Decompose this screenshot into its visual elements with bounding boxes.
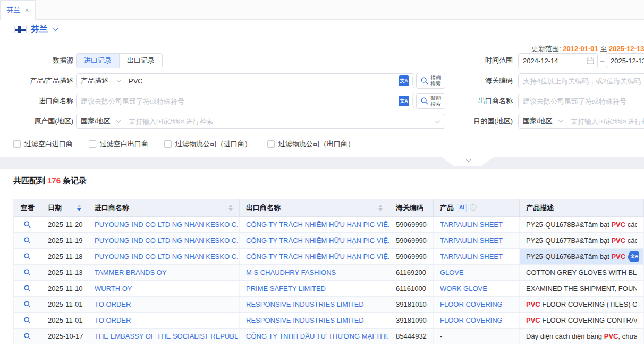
cell-exporter-link[interactable]: RESPONSIVE INDUSTRIES LIMITED — [240, 313, 389, 329]
cell-product-link[interactable]: WORK GLOVE — [434, 281, 520, 297]
cell-date: 2025-11-19 — [41, 233, 88, 249]
exporter-input[interactable] — [519, 94, 644, 108]
cell-product-link[interactable]: GLOVE — [434, 265, 520, 281]
match-suffix: 条记录 — [63, 176, 87, 185]
cell-exporter-link[interactable]: CÔNG TY TRÁCH NHIỆM HỮU HẠN PIC VIỆ... — [240, 217, 389, 233]
cell-exporter-link[interactable]: CÔNG TY TNHH ĐẦU TƯ THƯƠNG MẠI THI... — [240, 329, 389, 344]
export-records-toggle[interactable]: 出口记录 — [119, 54, 162, 68]
view-record-button[interactable] — [14, 313, 41, 329]
view-record-button[interactable] — [14, 233, 41, 249]
hs-code-box — [518, 73, 644, 88]
chevron-down-icon — [465, 157, 471, 162]
cell-product-link[interactable]: TARPAULIN SHEET — [434, 249, 520, 265]
hs-code-input[interactable] — [519, 74, 644, 88]
search-icon — [420, 77, 429, 85]
ai-badge: AI — [457, 204, 467, 212]
sort-icon-exporter[interactable] — [378, 205, 383, 211]
cell-hscode: 59069990 — [389, 249, 434, 265]
view-record-button[interactable] — [14, 281, 41, 297]
column-header-exporter[interactable]: 出口商名称 — [240, 199, 389, 217]
origin-input[interactable] — [124, 114, 435, 128]
checkbox-filter-logistics-importer[interactable]: 过滤物流公司（进口商） — [164, 139, 251, 149]
cell-product-description: COTTON GREY GLOVES WITH BLACK... — [520, 265, 644, 281]
view-record-button[interactable] — [14, 265, 41, 281]
info-icon[interactable]: ⓘ — [470, 203, 477, 213]
cell-exporter-link[interactable]: CÔNG TY TRÁCH NHIỆM HỮU HẠN PIC VIỆ... — [240, 249, 389, 265]
cell-importer-link[interactable]: TAMMER BRANDS OY — [88, 265, 240, 281]
cell-importer-link[interactable]: TO ORDER — [88, 313, 240, 329]
view-record-button[interactable] — [14, 329, 41, 344]
cell-importer-link[interactable]: TO ORDER — [88, 297, 240, 313]
cell-product-link[interactable]: TARPAULIN SHEET — [434, 217, 520, 233]
importer-input[interactable] — [77, 94, 395, 108]
column-header-product: 产品 AI ⓘ — [434, 199, 520, 217]
checkbox-label: 过滤空白出口商 — [100, 139, 148, 149]
translate-icon[interactable]: 文A — [399, 75, 409, 86]
cell-date: 2025-11-10 — [41, 281, 88, 297]
update-range-to: 2025-12-13 — [609, 45, 644, 53]
country-header[interactable]: 芬兰 — [14, 24, 57, 35]
cell-exporter-link[interactable]: PRIME SAFETY LIMITED — [240, 281, 389, 297]
cell-importer-link[interactable]: PUYOUNG IND CO LTD NG NHAN KESKO C... — [88, 233, 240, 249]
column-header-description: 产品描述 — [520, 199, 644, 217]
cell-importer-link[interactable]: WURTH OY — [88, 281, 240, 297]
column-header-date[interactable]: 日期 — [41, 199, 88, 217]
table-row: 2025-11-20PUYOUNG IND CO LTD NG NHAN KES… — [14, 217, 644, 233]
hs-code-label: 海关编码 — [449, 76, 513, 86]
sort-icon-date[interactable] — [77, 205, 81, 211]
chevron-down-icon[interactable] — [435, 118, 440, 123]
finland-flag-icon — [14, 26, 27, 33]
destination-input[interactable] — [566, 114, 644, 128]
column-header-importer[interactable]: 进口商名称 — [88, 199, 240, 217]
cell-product-link[interactable]: FLOOR COVERING — [434, 297, 520, 313]
checkbox-label: 过滤物流公司（进口商） — [175, 139, 251, 149]
cell-date: 2025-11-13 — [41, 265, 88, 281]
cell-product-description: EXAMINED THE SHIPMENT, FOUND ... — [520, 281, 644, 297]
checkbox-icon — [267, 140, 275, 148]
smart-search-button[interactable]: 智能搜索 — [416, 93, 445, 109]
date-start-input[interactable] — [519, 54, 587, 68]
cell-exporter-link[interactable]: RESPONSIVE INDUSTRIES LIMITED — [240, 297, 389, 313]
product-type-select[interactable]: 产品描述 — [77, 74, 124, 88]
match-prefix: 共匹配到 — [13, 176, 45, 185]
cell-exporter-link[interactable]: M S CHAUDHRY FASHIONS — [240, 265, 389, 281]
chevron-down-icon[interactable] — [53, 26, 58, 31]
origin-country-select[interactable]: 国家/地区 — [77, 114, 124, 128]
cell-hscode: 59069990 — [389, 233, 434, 249]
import-records-toggle[interactable]: 进口记录 — [77, 54, 119, 68]
translate-icon[interactable]: 文A — [629, 251, 639, 262]
filter-checkbox-row: 过滤空白进口商 过滤空白出口商 过滤物流公司（进口商） 过滤物流公司（出口商） — [13, 139, 354, 149]
cell-hscode: 39181010 — [389, 297, 434, 313]
close-icon[interactable]: × — [24, 6, 29, 14]
view-record-button[interactable] — [14, 249, 41, 265]
calendar-icon[interactable] — [587, 57, 594, 64]
checkbox-filter-blank-exporter[interactable]: 过滤空白出口商 — [89, 139, 148, 149]
tab-finland[interactable]: 芬兰 × — [0, 0, 36, 20]
cell-importer-link[interactable]: PUYOUNG IND CO LTD NG NHAN KESKO C... — [88, 249, 240, 265]
cell-product-link[interactable]: FLOOR COVERING — [434, 313, 520, 329]
divider — [412, 97, 413, 105]
column-header-view: 查看 — [14, 199, 41, 217]
cell-exporter-link[interactable]: CÔNG TY TRÁCH NHIỆM HỮU HẠN PIC VIỆ... — [240, 233, 389, 249]
checkbox-label: 过滤物流公司（出口商） — [278, 139, 354, 149]
fuzzy-search-label: 模糊搜索 — [430, 75, 441, 87]
fuzzy-search-button[interactable]: 模糊搜索 — [416, 73, 445, 89]
checkbox-filter-logistics-exporter[interactable]: 过滤物流公司（出口商） — [267, 139, 354, 149]
view-record-button[interactable] — [14, 217, 41, 233]
destination-select-value: 国家/地区 — [523, 116, 553, 126]
sort-icon-importer[interactable] — [228, 205, 233, 211]
page-background-band — [0, 157, 644, 169]
update-range-from: 2012-01-01 — [563, 45, 598, 53]
product-search-input[interactable] — [124, 74, 395, 88]
translate-icon[interactable]: 文A — [399, 96, 409, 106]
cell-importer-link[interactable]: PUYOUNG IND CO LTD NG NHAN KESKO C... — [88, 217, 240, 233]
results-table: 查看 日期 进口商名称 出口商名称 海关编码 产品 AI ⓘ — [13, 199, 644, 345]
cell-product-link: - — [434, 329, 520, 344]
date-end-input[interactable] — [606, 54, 644, 68]
destination-country-select[interactable]: 国家/地区 — [519, 114, 566, 128]
importer-label: 进口商名称 — [15, 96, 73, 106]
cell-importer-link[interactable]: THE EMBASSY OF THE SOCIALIST REPUBLIC... — [88, 329, 240, 344]
cell-product-link[interactable]: TARPAULIN SHEET — [434, 233, 520, 249]
checkbox-filter-blank-importer[interactable]: 过滤空白进口商 — [13, 139, 73, 149]
view-record-button[interactable] — [14, 297, 41, 313]
